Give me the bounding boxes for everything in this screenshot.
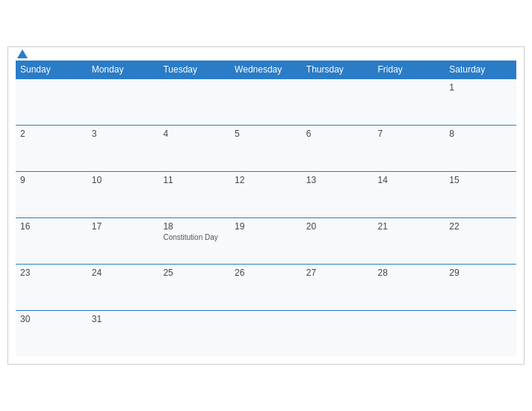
day-number: 4 (163, 129, 226, 139)
calendar-week-row: 1 (16, 78, 516, 125)
day-number: 22 (449, 221, 512, 232)
calendar-day-cell: 18Constitution Day (158, 217, 230, 264)
weekday-header-monday: Monday (87, 61, 159, 79)
calendar-body: 123456789101112131415161718Constitution … (16, 78, 516, 356)
day-number: 13 (306, 175, 369, 185)
weekday-header-row: SundayMondayTuesdayWednesdayThursdayFrid… (16, 61, 516, 79)
calendar-day-cell: 12 (230, 171, 302, 217)
calendar-week-row: 2345678 (16, 125, 516, 171)
holiday-label: Constitution Day (163, 233, 226, 241)
day-number: 31 (92, 314, 155, 324)
calendar-day-cell: 6 (302, 125, 374, 171)
calendar-container: SundayMondayTuesdayWednesdayThursdayFrid… (7, 46, 525, 365)
calendar-day-cell (87, 78, 159, 125)
day-number: 6 (306, 129, 369, 139)
calendar-day-cell: 4 (158, 125, 230, 171)
day-number: 27 (306, 268, 369, 278)
calendar-day-cell: 10 (87, 171, 159, 217)
calendar-day-cell (445, 310, 516, 356)
calendar-day-cell (230, 310, 302, 356)
calendar-day-cell (374, 310, 445, 356)
weekday-header-saturday: Saturday (445, 61, 516, 79)
day-number: 8 (449, 129, 512, 139)
weekday-header-thursday: Thursday (302, 61, 374, 79)
calendar-day-cell: 16 (16, 217, 87, 264)
calendar-day-cell: 1 (445, 78, 516, 125)
calendar-day-cell (374, 78, 445, 125)
calendar-day-cell (16, 78, 87, 125)
weekday-header-friday: Friday (374, 61, 445, 79)
calendar-table: SundayMondayTuesdayWednesdayThursdayFrid… (16, 61, 516, 357)
calendar-day-cell: 15 (445, 171, 516, 217)
calendar-week-row: 3031 (16, 310, 516, 356)
day-number: 2 (20, 129, 83, 139)
calendar-day-cell: 23 (16, 264, 87, 310)
calendar-day-cell: 2 (16, 125, 87, 171)
calendar-day-cell: 29 (445, 264, 516, 310)
calendar-day-cell: 3 (87, 125, 159, 171)
calendar-day-cell: 20 (302, 217, 374, 264)
calendar-day-cell: 24 (87, 264, 159, 310)
day-number: 14 (378, 175, 441, 185)
weekday-header-tuesday: Tuesday (158, 61, 230, 79)
calendar-day-cell (302, 310, 374, 356)
day-number: 7 (378, 129, 441, 139)
calendar-day-cell: 7 (374, 125, 445, 171)
calendar-day-cell: 5 (230, 125, 302, 171)
calendar-day-cell: 21 (374, 217, 445, 264)
day-number: 11 (163, 175, 226, 185)
weekday-header-wednesday: Wednesday (230, 61, 302, 79)
calendar-week-row: 9101112131415 (16, 171, 516, 217)
calendar-day-cell: 13 (302, 171, 374, 217)
day-number: 10 (92, 175, 155, 185)
calendar-day-cell (230, 78, 302, 125)
calendar-day-cell: 19 (230, 217, 302, 264)
calendar-day-cell: 30 (16, 310, 87, 356)
calendar-day-cell: 11 (158, 171, 230, 217)
calendar-day-cell: 8 (445, 125, 516, 171)
day-number: 24 (92, 268, 155, 278)
day-number: 20 (306, 221, 369, 232)
day-number: 12 (235, 175, 297, 185)
day-number: 1 (449, 82, 512, 93)
calendar-day-cell: 26 (230, 264, 302, 310)
day-number: 29 (449, 268, 512, 278)
weekday-header-sunday: Sunday (16, 61, 87, 79)
calendar-day-cell: 17 (87, 217, 159, 264)
day-number: 21 (378, 221, 441, 232)
calendar-day-cell (158, 310, 230, 356)
day-number: 18 (163, 221, 226, 232)
calendar-day-cell: 9 (16, 171, 87, 217)
day-number: 28 (378, 268, 441, 278)
calendar-week-row: 161718Constitution Day19202122 (16, 217, 516, 264)
day-number: 16 (20, 221, 83, 232)
logo-row (16, 50, 28, 59)
calendar-day-cell: 25 (158, 264, 230, 310)
day-number: 26 (235, 268, 297, 278)
calendar-day-cell: 31 (87, 310, 159, 356)
calendar-day-cell: 22 (445, 217, 516, 264)
day-number: 30 (20, 314, 83, 324)
day-number: 5 (235, 129, 297, 139)
day-number: 3 (92, 129, 155, 139)
day-number: 25 (163, 268, 226, 278)
calendar-week-row: 23242526272829 (16, 264, 516, 310)
day-number: 15 (449, 175, 512, 185)
calendar-day-cell: 27 (302, 264, 374, 310)
calendar-day-cell: 14 (374, 171, 445, 217)
day-number: 9 (20, 175, 83, 185)
calendar-day-cell (302, 78, 374, 125)
logo (16, 50, 28, 59)
day-number: 19 (235, 221, 297, 232)
day-number: 17 (92, 221, 155, 232)
day-number: 23 (20, 268, 83, 278)
calendar-day-cell: 28 (374, 264, 445, 310)
logo-triangle-icon (17, 49, 28, 58)
calendar-day-cell (158, 78, 230, 125)
